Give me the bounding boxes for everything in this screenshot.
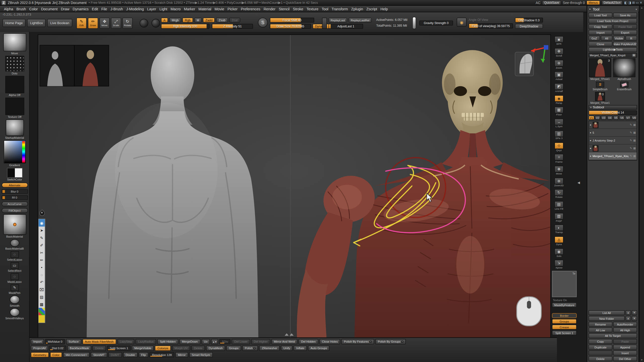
tray-item[interactable]: Blur 0 [0, 189, 29, 194]
poly-icon[interactable]: ▦ [633, 147, 636, 150]
dock-button[interactable]: Split Hidden [157, 339, 178, 344]
document-canvas[interactable]: ◉ ➤ ✎ ✐ ✂ ✏ • ◌ [38, 35, 550, 337]
shelf-toggle-icon[interactable]: ▣ [554, 72, 564, 78]
window-control-icon[interactable]: ⊞ [632, 1, 635, 5]
dock-button[interactable]: Polish [242, 346, 258, 351]
deep-shadow-button[interactable]: DeepShadow [515, 24, 543, 29]
shelf-toggle-icon[interactable]: ⊹ [554, 142, 564, 149]
menu-item[interactable]: Material [197, 6, 213, 11]
menu-item[interactable]: Stencil [277, 6, 291, 11]
dock-button[interactable]: ProjectAll [31, 346, 48, 351]
obj-shadow-slider[interactable]: ObjShadow 0.3 [515, 18, 543, 23]
tray-thumbnail[interactable] [7, 168, 22, 178]
menu-item[interactable]: Dynamics [71, 6, 90, 11]
palette-button[interactable]: Split Screen 1 [552, 330, 577, 335]
yellow-swatch-icon[interactable] [38, 315, 45, 323]
dock-button[interactable]: Delete [191, 346, 205, 351]
subtool-action-button[interactable]: Rename [589, 322, 613, 327]
paint-mode-chip[interactable]: Rgb [182, 18, 193, 23]
tool-panel-button[interactable]: Paste Tool [613, 24, 637, 29]
tray-thumbnail[interactable]: ◌ [11, 273, 19, 280]
dock-button[interactable]: Resolution 128 [150, 352, 174, 357]
tray-thumbnail[interactable] [5, 76, 24, 93]
menu-item[interactable]: Alpha [3, 6, 15, 11]
scroll-up-icon[interactable]: ▲ [640, 7, 643, 9]
scroll-down-icon[interactable]: ▼ [640, 359, 643, 361]
tool-panel-button[interactable]: Load Tool [589, 13, 613, 18]
menu-item[interactable]: Zscript [365, 6, 379, 11]
dock-button[interactable]: Mirror And Weld [271, 339, 298, 344]
dock-button[interactable]: Polish By Features [341, 339, 374, 344]
down-arrow-button[interactable]: ▼ [632, 310, 637, 315]
tool-panel-button[interactable]: Export [613, 30, 637, 35]
tray-item[interactable]: Alternate [0, 182, 29, 188]
recent-tool-thumbnail[interactable]: 3 Merged_TPose1 [589, 92, 612, 104]
shelf-toggle[interactable]: ◩ AAHalf [553, 82, 565, 94]
mode-button[interactable]: ↻ Rotate [123, 18, 133, 29]
dock-button[interactable]: MergeVisible [132, 346, 154, 351]
palette-button[interactable]: Border [552, 313, 577, 318]
zscript-button[interactable]: DefaultZScri [601, 1, 623, 5]
mode-button[interactable]: ✥ Move [99, 18, 110, 29]
dock-button[interactable]: Colorize [155, 346, 171, 351]
tool-panel-button[interactable]: GoZ [589, 36, 600, 41]
shelf-toggle-icon[interactable]: ↔ [554, 119, 564, 125]
camera-icon[interactable]: ◉ [457, 18, 467, 27]
palette-button[interactable]: Groups [552, 319, 577, 324]
dock-button[interactable]: Del Hidden [299, 339, 318, 344]
paint-mode-chip[interactable]: Zcut [229, 18, 240, 23]
subtool-row[interactable]: ● Merged_TPose1_Ryan_Kingslie ✎ ▦ [589, 152, 636, 160]
dock-button[interactable]: Del Higher [251, 339, 270, 344]
dock-button[interactable]: Uv [202, 339, 210, 344]
tool-panel-button[interactable]: Clone [589, 41, 613, 47]
stroke-picker-icon[interactable] [140, 19, 148, 27]
gravity-direction-thumb[interactable] [412, 17, 416, 29]
subtool-row[interactable]: ● J Anatomy Step-2 ✎ ▦ [589, 137, 636, 145]
tray-item[interactable]: SmoothValleys [0, 308, 29, 320]
shelf-toggle[interactable]: ◐ Transp [553, 223, 565, 235]
live-boolean-button[interactable]: Live Boolean [47, 19, 72, 27]
shelf-toggle-icon[interactable]: ✥ [554, 166, 564, 172]
eye-icon[interactable]: ● [590, 147, 591, 149]
shelf-toggle[interactable]: ↔ L.Sym [553, 117, 565, 129]
quicksave-button[interactable]: QuickSave [542, 1, 561, 5]
tool-panel-button[interactable]: Lightbox▶Tools [589, 47, 637, 52]
tray-thumbnail[interactable] [10, 296, 19, 304]
dock-button[interactable]: Del Lower [232, 339, 250, 344]
shelf-toggle[interactable]: ▣ Actual [553, 70, 565, 82]
menu-item[interactable]: Zplugin [350, 6, 364, 11]
panel-scroll-strip[interactable]: ▲ ▼ [639, 6, 644, 362]
dock-button[interactable]: Color [50, 352, 62, 357]
eraser-brush-item[interactable]: EraserBrush [613, 82, 636, 91]
dock-button[interactable]: Geometry [31, 352, 49, 357]
field-of-view-slider[interactable]: Field of view(deg) 39.59775 [469, 23, 513, 28]
menu-item[interactable]: Light [158, 6, 169, 11]
mask-by-feature-button[interactable]: MaskByFeature [552, 302, 577, 307]
subtool-action-button[interactable]: Delete [589, 356, 613, 361]
visibility-tab[interactable]: V5 [613, 116, 619, 120]
shelf-toggle[interactable]: ◬ Dyna [553, 235, 565, 247]
see-through-slider[interactable]: See-through 0 [563, 1, 585, 5]
shelf-toggle[interactable]: ◈ Persp [553, 94, 565, 106]
eye-icon[interactable]: ● [590, 155, 591, 157]
picker-dot-icon[interactable] [401, 341, 404, 343]
dock-button[interactable]: DelMT [108, 352, 122, 357]
tool-panel-button[interactable]: Import [589, 30, 613, 35]
shelf-toggle-icon[interactable]: ◬ [554, 236, 564, 243]
shelf-toggle[interactable]: ◉ Solo [553, 247, 565, 259]
picker-dot-icon[interactable] [370, 341, 372, 343]
window-control-icon[interactable]: ◨ [628, 1, 631, 5]
paint-icon[interactable]: ✎ [630, 147, 632, 150]
dock-button[interactable]: LazyStep [117, 339, 135, 344]
menu-item[interactable]: Brush [15, 6, 27, 11]
tray-item[interactable]: Texture Off [0, 98, 29, 118]
image-icon[interactable]: ▦ [38, 300, 45, 308]
replay-last-rel-button[interactable]: ReplayLastRel [349, 18, 372, 23]
shelf-toggle[interactable]: ⊕ Zoom [553, 58, 565, 70]
paint-icon[interactable]: ✎ [630, 123, 632, 126]
dock-button[interactable]: BackfaceMask [67, 346, 91, 351]
visibility-tab[interactable]: V4 [607, 116, 613, 120]
tray-item[interactable]: Alpha Off [0, 76, 29, 97]
paint-mode-chip[interactable]: A [161, 18, 168, 23]
tool-panel-button[interactable]: Load Tools From Project [589, 18, 637, 23]
